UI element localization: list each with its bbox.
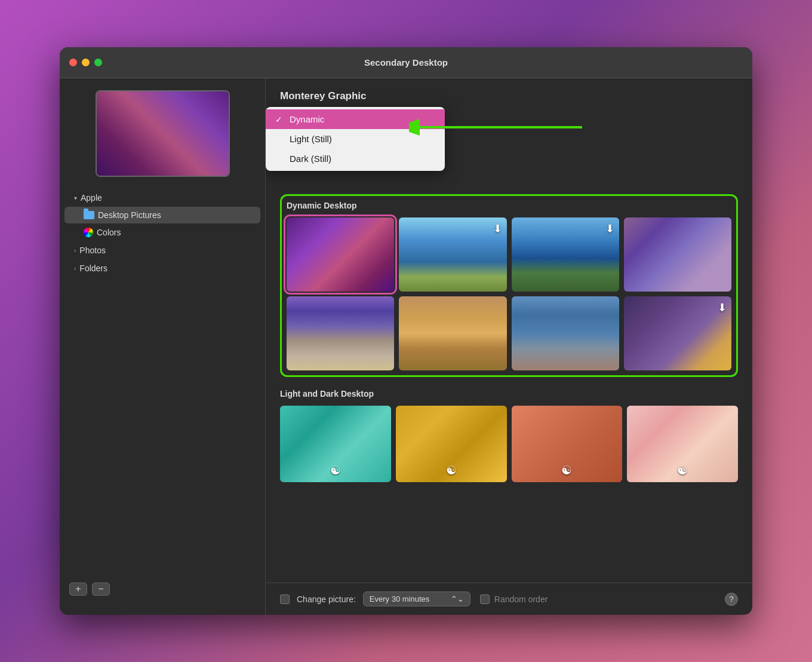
thumb-image: ⬇	[399, 217, 506, 292]
thumb-image: ☯	[627, 406, 738, 482]
desktop-window: Secondary Desktop ▾ Apple Desktop Pictur…	[60, 47, 752, 615]
minimize-button[interactable]	[82, 59, 90, 66]
preview-area	[60, 90, 265, 189]
dropdown-option-dynamic[interactable]: ✓ Dynamic	[266, 109, 445, 129]
chevron-updown-icon: ⌃⌄	[451, 594, 464, 603]
yin-yang-icon: ☯	[446, 463, 457, 477]
sidebar-item-apple[interactable]: ▾ Apple	[64, 189, 260, 206]
sidebar: ▾ Apple Desktop Pictures Colors › Photos	[60, 78, 266, 615]
yin-yang-icon: ☯	[561, 463, 572, 477]
wallpaper-preview	[96, 90, 230, 177]
remove-button[interactable]: −	[92, 583, 110, 596]
thumb-image	[624, 217, 731, 292]
thumb-image	[399, 296, 506, 370]
dropdown-option-dark[interactable]: ✓ Dark (Still)	[266, 149, 445, 168]
sidebar-footer: + −	[60, 575, 265, 603]
change-picture-label: Change picture:	[297, 594, 356, 604]
window-controls	[69, 59, 102, 66]
chevron-right-icon: ›	[74, 247, 76, 254]
dropdown-option-light[interactable]: ✓ Light (Still)	[266, 129, 445, 149]
thumb-image: ☯	[512, 406, 623, 482]
thumb-image: ☯	[396, 406, 507, 482]
wallpaper-thumb[interactable]	[287, 296, 394, 370]
wallpaper-thumb[interactable]: ⬇	[512, 217, 619, 292]
sidebar-colors-label: Colors	[97, 228, 121, 237]
maximize-button[interactable]	[94, 59, 102, 66]
download-icon: ⬇	[718, 301, 727, 314]
main-content: Monterey Graphic ✓ Dynamic ✓ Light (Stil…	[266, 78, 752, 615]
title-bar: Secondary Desktop	[60, 47, 752, 78]
dropdown-dynamic-label: Dynamic	[290, 114, 324, 124]
bottom-bar: Change picture: Every 30 minutes ⌃⌄ Rand…	[266, 583, 752, 615]
wallpaper-name: Monterey Graphic	[280, 90, 738, 102]
random-order-label: Random order	[494, 594, 548, 604]
folder-icon	[84, 211, 94, 219]
sidebar-folders-label: Folders	[79, 263, 107, 273]
light-dark-title: Light and Dark Desktop	[280, 389, 738, 399]
download-icon: ⬇	[493, 222, 502, 235]
download-icon: ⬇	[605, 222, 614, 235]
help-button[interactable]: ?	[725, 593, 738, 606]
wallpaper-thumb[interactable]	[399, 296, 506, 370]
yin-yang-icon: ☯	[330, 463, 341, 477]
thumb-image: ☯	[280, 406, 391, 482]
wallpaper-thumb[interactable]: ⬇	[399, 217, 506, 292]
light-dark-desktop-section: Light and Dark Desktop ☯ ☯	[280, 389, 738, 482]
dynamic-desktop-grid: ⬇ ⬇	[287, 217, 731, 370]
wallpaper-thumb[interactable]	[287, 217, 394, 292]
light-dark-grid: ☯ ☯ ☯	[280, 406, 738, 482]
thumb-image: ⬇	[512, 217, 619, 292]
wallpaper-thumb[interactable]	[512, 296, 619, 370]
wallpaper-thumb[interactable]: ⬇	[624, 296, 731, 370]
sidebar-section-apple: ▾ Apple Desktop Pictures Colors	[60, 189, 265, 241]
thumb-image	[287, 296, 394, 370]
chevron-down-icon: ▾	[74, 195, 77, 201]
chevron-right-icon-2: ›	[74, 265, 76, 272]
add-button[interactable]: +	[69, 583, 87, 596]
sidebar-item-colors[interactable]: Colors	[64, 224, 260, 241]
thumb-image	[512, 296, 619, 370]
wallpaper-grid-area: Dynamic Desktop ⬇	[266, 194, 752, 583]
wallpaper-thumb[interactable]: ☯	[512, 406, 623, 482]
change-picture-checkbox[interactable]	[280, 594, 290, 604]
color-dot-icon	[84, 228, 93, 237]
interval-label: Every 30 minutes	[370, 594, 429, 603]
random-order-checkbox[interactable]	[480, 594, 490, 604]
sidebar-desktop-pictures-label: Desktop Pictures	[98, 210, 161, 220]
sidebar-item-desktop-pictures[interactable]: Desktop Pictures	[64, 207, 260, 223]
help-icon: ?	[729, 594, 733, 603]
yin-yang-icon: ☯	[677, 463, 688, 477]
window-title: Secondary Desktop	[364, 57, 448, 68]
dropdown-dark-label: Dark (Still)	[290, 154, 331, 164]
wallpaper-thumb[interactable]: ☯	[280, 406, 391, 482]
wallpaper-thumb[interactable]: ☯	[396, 406, 507, 482]
dropdown-light-label: Light (Still)	[290, 134, 332, 144]
dynamic-desktop-title: Dynamic Desktop	[287, 201, 731, 210]
thumb-image	[287, 217, 394, 292]
thumb-image: ⬇	[624, 296, 731, 370]
preview-image	[97, 91, 229, 176]
sidebar-apple-label: Apple	[81, 193, 102, 203]
interval-dropdown[interactable]: Every 30 minutes ⌃⌄	[363, 591, 470, 606]
wallpaper-thumb[interactable]: ☯	[627, 406, 738, 482]
sidebar-item-folders[interactable]: › Folders	[64, 260, 260, 277]
window-body: ▾ Apple Desktop Pictures Colors › Photos	[60, 78, 752, 615]
dynamic-desktop-section: Dynamic Desktop ⬇	[280, 194, 738, 377]
wallpaper-header: Monterey Graphic ✓ Dynamic ✓ Light (Stil…	[266, 78, 752, 111]
wallpaper-thumb[interactable]	[624, 217, 731, 292]
mode-dropdown[interactable]: ✓ Dynamic ✓ Light (Still) ✓ Dark (Still)	[266, 107, 445, 171]
sidebar-photos-label: Photos	[79, 246, 106, 255]
sidebar-item-photos[interactable]: › Photos	[64, 242, 260, 259]
close-button[interactable]	[69, 59, 77, 66]
checkmark-icon: ✓	[275, 115, 285, 124]
